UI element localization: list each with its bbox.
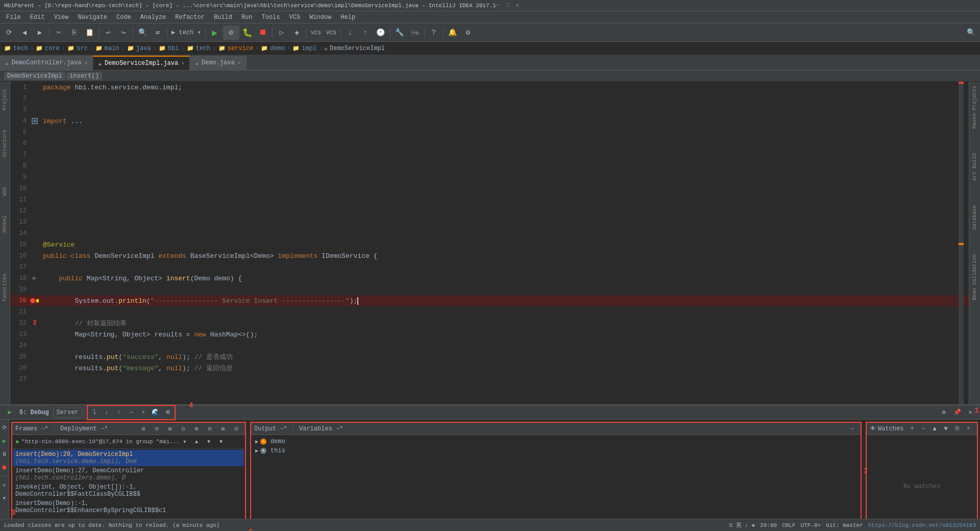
frame-item-1[interactable]: insert(Demo):20, DemoServiceImpl (hbi.te… <box>13 450 244 466</box>
menu-build[interactable]: Build <box>210 13 236 22</box>
side-tab-rebel[interactable]: JRebel <box>1 211 9 238</box>
toolbar-btn-1[interactable]: ⟳ <box>2 26 16 40</box>
menu-help[interactable]: Help <box>336 13 359 22</box>
frame-item-3[interactable]: invoke(int, Object, Object[]):-1, DemoCo… <box>13 482 244 499</box>
debug-btn-frames[interactable]: ⊞ <box>162 407 174 418</box>
watches-btn-minus[interactable]: − <box>918 423 929 435</box>
side-tab-web[interactable]: Web <box>1 183 9 200</box>
side-tab-project[interactable]: Project <box>1 85 9 114</box>
debug-btn-mute-bp[interactable]: ⊘ <box>0 479 10 491</box>
watches-btn-copy[interactable]: ⎘ <box>951 423 963 435</box>
frames-btn-6[interactable]: ⊟ <box>204 423 215 435</box>
side-tab-artbuild[interactable]: Art Build <box>971 149 978 185</box>
toolbar-btn-coverage[interactable]: ▷ <box>275 26 289 40</box>
side-tab-favorites[interactable]: Favorites <box>1 270 9 305</box>
frames-btn-7[interactable]: ⊠ <box>217 423 229 435</box>
toolbar-btn-copy[interactable]: ⎘ <box>67 26 81 40</box>
toolbar-btn-undo[interactable]: ↩ <box>101 26 115 40</box>
menu-tools[interactable]: Tools <box>258 13 284 22</box>
debug-btn-settings[interactable]: ⚙ <box>938 407 949 418</box>
debug-btn-stop[interactable]: ⏹ <box>0 462 10 473</box>
frame-item-2[interactable]: insertDemo(Demo):27, DemoController (hbi… <box>13 466 244 482</box>
menu-edit[interactable]: Edit <box>26 13 49 22</box>
watches-btn-down[interactable]: ▼ <box>940 423 951 435</box>
tab-close-3[interactable]: ✕ <box>238 60 241 66</box>
tab-demo[interactable]: ☕ Demo.java ✕ <box>190 56 246 70</box>
status-crlf[interactable]: CRLF <box>782 522 795 528</box>
toolbar-btn-redo[interactable]: ↪ <box>116 26 131 40</box>
var-item-this[interactable]: ▶ ● this <box>253 446 859 455</box>
toolbar-btn-cut[interactable]: ✂ <box>52 26 66 40</box>
toolbar-btn-debug2[interactable]: 🔧 <box>393 26 407 40</box>
debug-btn-stepout[interactable]: ↑ <box>113 407 125 418</box>
menu-file[interactable]: File <box>2 13 25 22</box>
toolbar-btn-push[interactable]: ↑ <box>358 26 373 40</box>
menu-window[interactable]: Window <box>305 13 335 22</box>
watches-btn-add[interactable]: + <box>906 423 918 435</box>
debug-btn-stepover[interactable]: ⤵ <box>89 407 100 418</box>
bc-demoserviceimpl[interactable]: DemoServiceImpl <box>330 45 385 52</box>
toolbar-btn-notifications[interactable]: 🔔 <box>446 26 460 40</box>
bc-tech2[interactable]: tech <box>196 45 211 52</box>
breakpoint-dot-20[interactable] <box>30 298 35 303</box>
debug-btn-resume2[interactable]: ▶ <box>0 435 10 446</box>
toolbar-btn-search[interactable]: 🔍 <box>135 26 150 40</box>
var-item-demo[interactable]: ▶ ● demo <box>253 437 859 446</box>
toolbar-run-config[interactable]: ⚙ <box>223 26 239 40</box>
debug-server-btn[interactable]: Server <box>53 407 82 418</box>
bc-impl[interactable]: impl <box>302 45 316 52</box>
bc-src[interactable]: src <box>77 45 88 52</box>
bc-java[interactable]: java <box>136 45 151 52</box>
frames-btn-5[interactable]: ⊞ <box>191 423 202 435</box>
side-tab-structure[interactable]: Structure <box>1 126 9 161</box>
bc-core[interactable]: core <box>45 45 60 52</box>
toolbar-btn-paste[interactable]: 📋 <box>82 26 96 40</box>
toolbar-run-btn[interactable]: ▶ <box>208 26 222 40</box>
tab-close-2[interactable]: ✕ <box>181 60 184 66</box>
frames-btn-4[interactable]: ⊡ <box>178 423 189 435</box>
editor[interactable]: 1 package hbi.tech.service.demo.impl; 2 … <box>10 82 969 404</box>
side-tab-beanval[interactable]: Bean Validation <box>971 250 978 304</box>
debug-btn-resume[interactable]: ▶ <box>4 407 15 418</box>
menu-run[interactable]: Run <box>237 13 257 22</box>
thread-btn-down[interactable]: ▼ <box>203 436 214 447</box>
watches-btn-eval[interactable]: ⚡ <box>963 423 974 435</box>
toolbar-btn-extra[interactable]: ⚙ <box>461 26 475 40</box>
toolbar-btn-vcs1[interactable]: VCS <box>309 26 323 40</box>
menu-vcs[interactable]: VCS <box>285 13 305 22</box>
bc-demo[interactable]: demo <box>270 45 285 52</box>
thread-btn-filter[interactable]: ▼ <box>215 436 227 447</box>
debug-btn-streams[interactable]: 🌊 <box>150 407 161 418</box>
expand-icon-4[interactable] <box>32 118 38 124</box>
debug-btn-runtocrsr[interactable]: → <box>126 407 137 418</box>
debug-btn-restart[interactable]: ⟳ <box>0 422 10 433</box>
frames-btn-2[interactable]: ⊟ <box>151 423 162 435</box>
toolbar-search-everywhere[interactable]: 🔍 <box>964 26 978 40</box>
menu-view[interactable]: View <box>50 13 73 22</box>
code-bc-method[interactable]: insert() <box>66 72 102 80</box>
menu-navigate[interactable]: Navigate <box>74 13 111 22</box>
frames-btn-8[interactable]: ⊡ <box>231 423 242 435</box>
thread-btn-up[interactable]: ▲ <box>191 436 202 447</box>
toolbar-btn-replace[interactable]: ⇄ <box>151 26 165 40</box>
debug-btn-view-bp[interactable]: ● <box>0 493 10 504</box>
debug-btn-pin[interactable]: 📌 <box>951 407 963 418</box>
frames-btn-3[interactable]: ⊠ <box>164 423 176 435</box>
output-btn-close[interactable]: → <box>846 423 857 435</box>
bc-main[interactable]: main <box>105 45 119 52</box>
menu-refactor[interactable]: Refactor <box>171 13 209 22</box>
frames-btn-1[interactable]: ⊞ <box>138 423 149 435</box>
toolbar-btn-history[interactable]: 🕐 <box>374 26 388 40</box>
side-tab-database[interactable]: Database <box>971 201 978 234</box>
tab-demoserviceimpl[interactable]: ☕ DemoServiceImpl.java ✕ <box>93 56 190 70</box>
bc-tech[interactable]: tech <box>13 45 28 52</box>
tab-democontroller[interactable]: ☕ DemoController.java ✕ <box>0 56 93 70</box>
toolbar-debug-btn[interactable]: 🐛 <box>240 26 255 40</box>
toolbar-btn-2[interactable]: ◀ <box>17 26 32 40</box>
toolbar-btn-help[interactable]: ? <box>427 26 441 40</box>
toolbar-btn-ant[interactable]: 🐜 <box>408 26 422 40</box>
config-selector[interactable]: ▶ tech ▾ <box>169 29 203 36</box>
debug-btn-pause[interactable]: ⏸ <box>0 448 10 460</box>
tab-close-1[interactable]: ✕ <box>84 60 87 66</box>
debug-btn-stepinto[interactable]: ↓ <box>101 407 112 418</box>
